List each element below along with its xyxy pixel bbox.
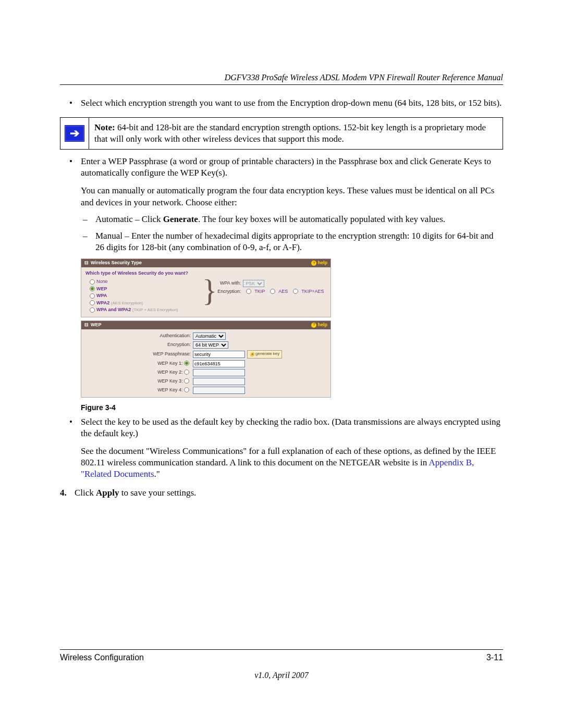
radio-wpa2[interactable] (90, 300, 95, 305)
dash1-pre: Automatic – Click (95, 214, 163, 224)
panel-wireless-security-type: ⊟Wireless Security Type ?help Which type… (81, 258, 331, 317)
panel-collapse-icon[interactable]: ⊟ (84, 322, 89, 328)
radio-wep[interactable] (90, 286, 95, 291)
label-wep-passphrase: WEP Passphrase: (125, 351, 193, 357)
help-link-security[interactable]: ?help (311, 260, 327, 266)
help-link-wep[interactable]: ?help (311, 322, 327, 328)
figure-caption: Figure 3-4 (81, 403, 503, 412)
note-text-cell: Note: 64-bit and 128-bit are the standar… (89, 118, 503, 150)
label-aes: AES (278, 289, 288, 295)
help-label: help (317, 322, 327, 328)
label-wep-key-4: WEP Key 4: (157, 387, 182, 392)
label-wep: WEP (96, 286, 107, 291)
document-page: DGFV338 ProSafe Wireless ADSL Modem VPN … (0, 0, 563, 728)
select-wpa-with[interactable]: PSK (243, 280, 264, 287)
main-content: Select which encryption strength you wan… (60, 97, 503, 499)
input-wep-key-1[interactable] (193, 360, 245, 367)
radio-none[interactable] (90, 279, 95, 285)
para-see-document: See the document "Wireless Communication… (81, 446, 503, 480)
note-box: ➔ Note: 64-bit and 128-bit are the stand… (60, 117, 503, 150)
figure-3-4: ⊟Wireless Security Type ?help Which type… (81, 258, 503, 398)
label-tkip-aes: TKIP+AES (301, 289, 324, 295)
note-label: Note: (94, 122, 115, 132)
security-question: Which type of Wireless Security do you w… (85, 270, 211, 277)
note-wpa-wpa2: (TKIP + AES Encryption) (132, 307, 178, 312)
label-none: None (96, 279, 108, 284)
input-wep-key-4[interactable] (193, 387, 245, 394)
label-authentication: Authentication: (125, 333, 193, 339)
dash-manual: Manual – Enter the number of hexadecimal… (60, 230, 503, 253)
radio-aes[interactable] (270, 289, 275, 294)
note-text: 64-bit and 128-bit are the standard encr… (94, 122, 486, 144)
radio-wep-key-2[interactable] (184, 369, 189, 375)
note-icon-cell: ➔ (60, 118, 89, 150)
radio-wpa[interactable] (90, 293, 95, 299)
brace-icon: } (202, 275, 217, 306)
radio-wpa-wpa2[interactable] (90, 307, 95, 313)
dash1-post: . The four key boxes will be automatical… (198, 214, 445, 224)
generate-key-label: generate key (255, 351, 279, 356)
footer-rule (60, 649, 503, 650)
select-encryption[interactable]: 64 bit WEP (193, 341, 228, 349)
label-wep-key-3: WEP Key 3: (157, 378, 182, 384)
radio-wep-key-1[interactable] (184, 361, 189, 366)
radio-tkip-aes[interactable] (293, 289, 298, 294)
footer-page-number: 3-11 (486, 653, 503, 662)
step4-pre: Click (75, 488, 96, 498)
bullet-encryption-strength: Select which encryption strength you wan… (60, 97, 503, 109)
generate-icon: ✶ (250, 352, 254, 356)
generate-key-button[interactable]: ✶generate key (247, 350, 282, 359)
input-wep-key-2[interactable] (193, 369, 245, 376)
page-header-title: DGFV338 ProSafe Wireless ADSL Modem VPN … (60, 73, 503, 82)
para-programming-keys: You can manually or automatically progra… (81, 185, 503, 208)
bullet-default-key: Select the key to be used as the default… (60, 416, 503, 439)
radio-wep-key-4[interactable] (184, 387, 189, 392)
label-tkip: TKIP (254, 289, 265, 295)
input-wep-passphrase[interactable] (193, 351, 245, 358)
label-wep-key-1: WEP Key 1: (157, 361, 182, 366)
dash-automatic: Automatic – Click Generate. The four key… (60, 214, 503, 225)
label-wpa2: WPA2 (96, 300, 109, 305)
bullet-passphrase: Enter a WEP Passphrase (a word or group … (60, 156, 503, 179)
help-icon: ? (311, 261, 316, 266)
select-authentication[interactable]: Automatic (193, 332, 226, 340)
label-wep-key-2: WEP Key 2: (157, 369, 182, 375)
help-label: help (317, 260, 327, 266)
help-icon: ? (311, 323, 316, 328)
panel-wep: ⊟WEP ?help Authentication: Automatic Enc… (81, 320, 331, 398)
radio-wep-key-3[interactable] (184, 378, 189, 384)
note-wpa2: (AES Encryption) (111, 301, 143, 305)
page-footer: Wireless Configuration 3-11 v1.0, April … (60, 649, 503, 680)
header-rule (60, 84, 503, 85)
radio-tkip[interactable] (246, 289, 251, 294)
panel-title-security: Wireless Security Type (91, 260, 142, 266)
see-doc-post: ." (154, 469, 160, 479)
apply-bold: Apply (96, 488, 119, 498)
panel-title-wep: WEP (91, 322, 102, 328)
label-encryption: Encryption: (125, 342, 193, 348)
label-wpa: WPA (96, 293, 107, 298)
footer-section: Wireless Configuration (60, 653, 144, 662)
step-4: Click Apply to save your settings. (60, 487, 503, 499)
arrow-icon: ➔ (65, 125, 84, 142)
label-wpa-wpa2: WPA and WPA2 (96, 307, 131, 312)
step4-post: to save your settings. (119, 488, 197, 498)
generate-bold: Generate (163, 214, 198, 224)
panel-collapse-icon[interactable]: ⊟ (84, 260, 89, 266)
input-wep-key-3[interactable] (193, 378, 245, 385)
footer-version: v1.0, April 2007 (60, 671, 503, 680)
